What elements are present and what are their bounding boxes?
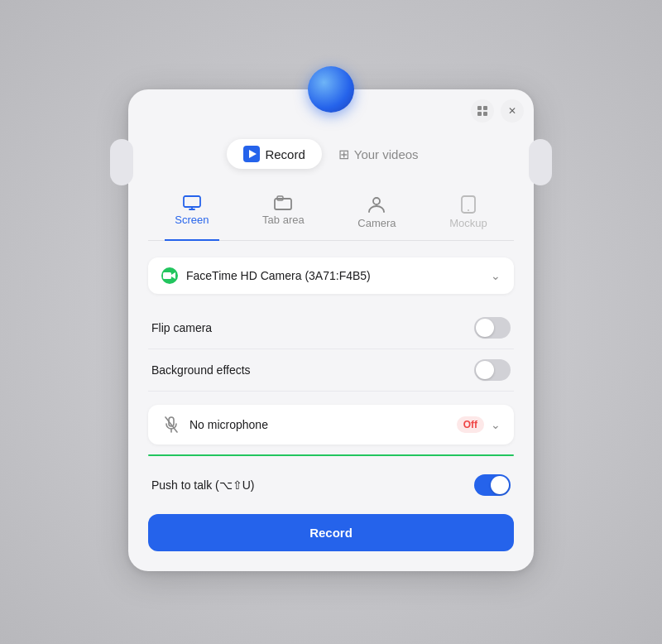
microphone-status-badge: Off [457,416,484,433]
window-controls: ✕ [471,99,524,123]
subtab-screen-label: Screen [175,214,209,226]
tab-your-videos[interactable]: ⊞ Your videos [322,139,435,169]
sub-tabs: Screen Tab area [148,189,514,241]
microphone-label: No microphone [189,418,457,431]
tab-area-icon [274,195,292,210]
camera-label: FaceTime HD Camera (3A71:F4B5) [186,269,491,282]
push-to-talk-row: Push to talk (⌥⇧U) [148,466,514,504]
svg-rect-3 [483,112,487,116]
svg-rect-1 [483,106,487,110]
subtab-screen[interactable]: Screen [165,189,218,241]
start-record-button[interactable]: Record [148,514,514,551]
side-handle-left [110,139,133,185]
mockup-icon [461,195,476,214]
subtab-mockup-label: Mockup [449,217,487,229]
subtab-mockup[interactable]: Mockup [439,189,497,241]
camera-chevron-icon: ⌄ [491,269,501,282]
flip-camera-toggle[interactable] [474,317,511,339]
svg-rect-4 [184,196,200,207]
tab-record-label: Record [265,147,305,161]
record-video-icon [243,146,260,162]
tab-your-videos-label: Your videos [354,147,419,161]
background-effects-toggle[interactable] [474,359,511,381]
subtab-tab-area-label: Tab area [262,214,305,226]
background-effects-label: Background effects [151,363,474,377]
panel-wrapper: ✕ Record ⊞ Your videos [128,89,534,571]
orb [308,66,354,113]
main-tabs: Record ⊞ Your videos [148,139,514,169]
flip-camera-row: Flip camera [148,307,514,349]
screen-icon [183,195,201,210]
microphone-chevron-icon: ⌄ [491,418,501,431]
camera-active-indicator [161,267,178,284]
svg-rect-2 [477,112,482,116]
tab-record[interactable]: Record [227,139,321,169]
mic-muted-icon [161,415,181,435]
subtab-tab-area[interactable]: Tab area [252,189,314,241]
flip-camera-label: Flip camera [151,321,474,334]
camera-selector[interactable]: FaceTime HD Camera (3A71:F4B5) ⌄ [148,257,514,294]
push-to-talk-label: Push to talk (⌥⇧U) [151,478,474,492]
camera-person-icon [367,195,386,214]
push-to-talk-toggle[interactable] [474,474,511,496]
svg-rect-10 [163,272,171,279]
svg-point-9 [468,209,469,211]
grid-icon[interactable] [471,99,494,123]
your-videos-icon: ⊞ [338,147,349,162]
svg-rect-0 [477,106,482,110]
content-area: FaceTime HD Camera (3A71:F4B5) ⌄ Flip ca… [148,241,514,551]
green-divider [148,454,514,456]
start-record-label: Record [309,526,353,540]
main-panel: Record ⊞ Your videos Screen [128,89,534,571]
svg-point-7 [373,198,380,204]
subtab-camera-label: Camera [357,217,396,229]
close-button[interactable]: ✕ [501,99,524,123]
close-icon: ✕ [508,105,516,117]
subtab-camera[interactable]: Camera [348,189,405,241]
background-effects-row: Background effects [148,349,514,392]
side-handle-right [529,139,552,185]
microphone-selector[interactable]: No microphone Off ⌄ [148,405,514,445]
